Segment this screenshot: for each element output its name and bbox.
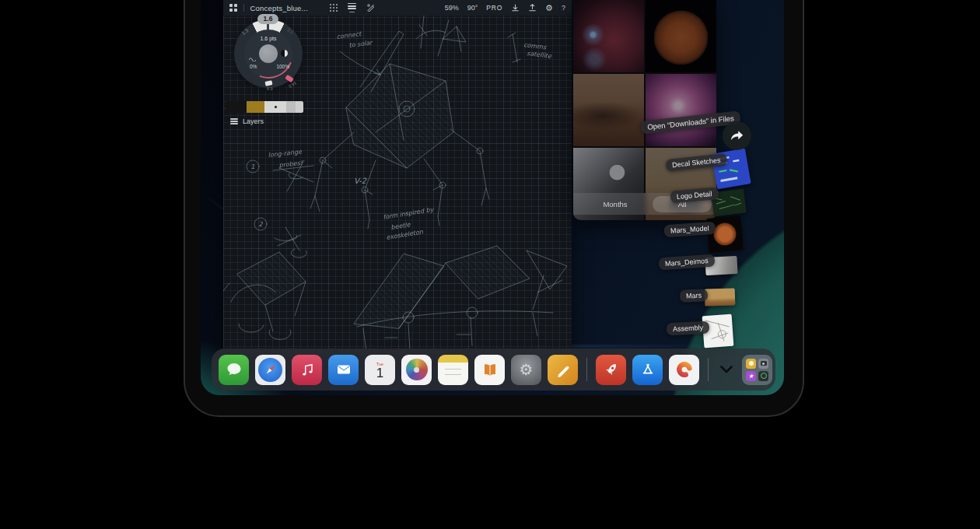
handwriting: connect (336, 30, 363, 40)
app-books[interactable] (474, 355, 505, 385)
notes-line (445, 374, 461, 376)
tool-size-label: 6.9 (267, 86, 273, 91)
app-messages[interactable] (219, 355, 249, 385)
document-title[interactable]: Concepts_blue... (250, 4, 309, 12)
help-icon[interactable]: ? (562, 4, 565, 12)
handwriting: form inspired by (383, 206, 435, 221)
settings-gear-icon: ⚙ (520, 362, 534, 377)
rocket-icon (602, 360, 621, 379)
settings-gear-icon[interactable]: ⚙ (545, 4, 553, 12)
handwriting: satellite (527, 50, 553, 60)
app-music[interactable] (292, 355, 322, 385)
import-icon[interactable] (511, 4, 520, 12)
photo-mars-globe[interactable] (646, 0, 716, 72)
concepts-toolbar: Concepts_blue... 59% 90° PRO ⚙ ? (223, 0, 572, 16)
smoothing-icon (249, 51, 256, 55)
brush-preview-knob[interactable] (259, 44, 278, 63)
circled-number: 2 (258, 221, 263, 228)
handwriting: V-2 (354, 177, 367, 185)
export-share-icon[interactable] (528, 4, 537, 12)
segment-months[interactable]: Months (578, 200, 653, 208)
tone-black[interactable] (226, 101, 247, 113)
dock-collapse-chevron[interactable] (717, 366, 736, 373)
app-appstore[interactable] (632, 355, 663, 385)
mail-envelope-icon (334, 360, 353, 379)
app-photos[interactable] (401, 355, 432, 385)
messages-bubble-icon (225, 360, 243, 379)
photo-horsehead-nebula[interactable] (573, 0, 644, 72)
circled-number: 1 (250, 163, 254, 170)
ipad-screen: Concepts_blue... 59% 90° PRO ⚙ ? (201, 0, 784, 395)
tool-wheel-ring[interactable]: 1.3 3.5 6.9 14.5 1.6 pts 0% (234, 19, 303, 88)
share-forward-button[interactable] (723, 121, 751, 150)
concepts-app-window: Concepts_blue... 59% 90° PRO ⚙ ? (223, 0, 572, 354)
layers-button[interactable]: Layers (230, 117, 264, 125)
app-calendar[interactable]: Tue 1 (365, 355, 395, 385)
photos-flower-icon (406, 359, 428, 380)
opacity-min-label: 0% (250, 64, 257, 69)
handwriting: long-range (268, 148, 303, 159)
drag-thumb-mars[interactable] (705, 288, 736, 306)
tone-gold[interactable] (247, 101, 264, 113)
dock-divider (586, 358, 587, 381)
drag-thumb-mars-model[interactable] (706, 215, 744, 253)
app-library[interactable]: ★ (742, 355, 772, 385)
app-mail[interactable] (328, 355, 359, 385)
grid-settings-icon[interactable] (330, 4, 338, 12)
music-note-icon (299, 361, 316, 378)
tone-gray[interactable] (286, 101, 296, 113)
pen-mode-icon[interactable] (366, 3, 375, 12)
tone-light[interactable] (296, 101, 303, 113)
app-concepts[interactable] (669, 355, 699, 385)
photo-mars-landscape[interactable] (573, 74, 644, 146)
app-settings[interactable]: ⚙ (511, 355, 541, 385)
dock-divider (708, 358, 709, 381)
handwriting: beetle (390, 221, 411, 231)
stroke-size-value: 1.6 pts (244, 36, 292, 41)
eraser-tool-icon[interactable] (264, 80, 272, 86)
forward-arrow-icon (730, 130, 744, 142)
divider (243, 4, 244, 12)
brush-size-pill: 1.6 (257, 14, 278, 24)
rotation-angle[interactable]: 90° (467, 4, 478, 12)
app-sketch-pen[interactable] (548, 355, 578, 385)
app-rocket[interactable] (596, 355, 626, 385)
pro-badge-button[interactable]: PRO (486, 4, 502, 12)
opacity-contrast-icon (281, 50, 288, 57)
books-open-book-icon (481, 360, 499, 379)
opacity-max-label: 100% (276, 64, 289, 69)
layers-label: Layers (243, 117, 264, 125)
app-notes[interactable] (438, 355, 468, 385)
photo-grid (573, 0, 716, 220)
sketch-canvas[interactable]: connect to solar comms satellite V-2 lon… (223, 16, 572, 354)
photo-orion-nebula[interactable] (646, 74, 716, 146)
color-tone-bar[interactable] (226, 101, 303, 113)
pen-icon (554, 360, 572, 379)
concepts-c-icon (674, 359, 695, 380)
zoom-level[interactable]: 59% (445, 4, 459, 12)
tone-selected[interactable] (264, 101, 286, 113)
drag-item-assembly[interactable]: Assembly (667, 321, 710, 336)
gallery-grid-icon[interactable] (229, 4, 237, 12)
app-library-grid-icon: ★ (746, 359, 768, 381)
safari-compass-icon (258, 358, 282, 382)
appstore-a-icon (639, 360, 657, 379)
menu-icon[interactable] (348, 3, 356, 13)
drag-item-mars[interactable]: Mars (680, 289, 709, 303)
dock: Tue 1 ⚙ (212, 349, 775, 391)
calendar-day: 1 (376, 366, 383, 380)
app-safari[interactable] (255, 355, 285, 385)
photos-app-window: Months All (573, 0, 716, 220)
notes-line (445, 369, 461, 370)
handwriting: to solar (348, 39, 374, 49)
layers-icon (230, 118, 238, 124)
tool-wheel-center[interactable]: 1.6 pts 0% 100% (244, 30, 292, 78)
